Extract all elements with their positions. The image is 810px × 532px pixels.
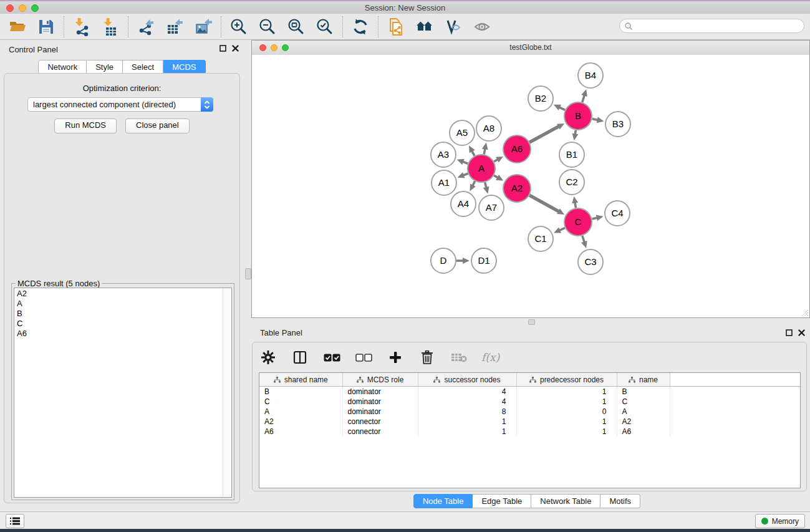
table-cell[interactable]: dominator — [342, 407, 418, 417]
select-all-columns-icon[interactable] — [322, 348, 341, 367]
table-row[interactable]: Bdominator41B — [259, 387, 800, 397]
clone-network-icon[interactable] — [387, 17, 405, 36]
table-cell[interactable]: A6 — [259, 427, 342, 437]
close-panel-icon[interactable] — [232, 45, 239, 52]
search-field[interactable] — [619, 19, 804, 33]
table-cell[interactable]: 4 — [418, 397, 516, 407]
table-row[interactable]: A2connector11A2 — [259, 417, 800, 427]
unselect-all-columns-icon[interactable] — [354, 348, 373, 367]
table-cell[interactable]: C — [259, 397, 342, 407]
export-network-icon[interactable] — [137, 17, 155, 36]
mcds-result-item[interactable]: B — [14, 309, 223, 319]
mcds-result-item[interactable]: A6 — [14, 329, 223, 339]
tab-style[interactable]: Style — [87, 60, 123, 74]
table-cell[interactable]: 0 — [516, 407, 617, 417]
column-header-shared-name[interactable]: shared name — [259, 373, 342, 387]
zoom-selected-icon[interactable] — [316, 17, 334, 36]
application-window: Session: New Session — [0, 0, 810, 532]
table-row[interactable]: Adominator80A — [259, 407, 800, 417]
mcds-result-item[interactable]: C — [14, 319, 223, 329]
table-cell[interactable]: A — [259, 407, 342, 417]
task-history-button[interactable] — [6, 514, 24, 528]
column-header-MCDS-role[interactable]: MCDS role — [342, 373, 418, 387]
table-cell[interactable]: C — [617, 397, 670, 407]
table-cell[interactable]: 1 — [418, 427, 516, 437]
column-header-successor-nodes[interactable]: successor nodes — [418, 373, 516, 387]
table-cell[interactable]: connector — [342, 417, 418, 427]
table-row[interactable]: A6connector11A6 — [259, 427, 800, 437]
table-settings-gear-icon[interactable] — [259, 348, 277, 367]
table-cell[interactable]: dominator — [342, 397, 418, 407]
splitter-grip[interactable] — [245, 268, 251, 279]
zoom-fit-icon[interactable] — [287, 17, 306, 36]
table-cell[interactable]: 1 — [418, 417, 516, 427]
open-file-icon[interactable] — [8, 17, 27, 36]
search-input[interactable] — [633, 20, 804, 32]
table-cell[interactable]: A6 — [617, 427, 670, 437]
table-cell[interactable]: 4 — [418, 387, 516, 397]
column-header-name[interactable]: name — [617, 373, 670, 387]
mcds-result-item[interactable]: A — [14, 299, 223, 309]
close-panel-icon[interactable] — [798, 329, 805, 336]
table-cell[interactable]: 1 — [516, 397, 617, 407]
delete-table-icon[interactable] — [450, 348, 468, 367]
edge-A6-B[interactable] — [529, 126, 559, 142]
close-panel-button[interactable]: Close panel — [125, 118, 190, 133]
title-bar: Session: New Session — [0, 0, 810, 14]
node-label: A — [478, 163, 485, 173]
mcds-result-list[interactable]: A2ABCA6 — [14, 288, 232, 498]
tab-motifs[interactable]: Motifs — [600, 494, 640, 508]
arrowhead-icon — [482, 143, 488, 150]
tab-network-table[interactable]: Network Table — [531, 494, 600, 508]
table-cell[interactable]: 1 — [516, 387, 617, 397]
run-mcds-button[interactable]: Run MCDS — [54, 118, 117, 133]
show-all-icon[interactable] — [473, 17, 491, 36]
tab-mcds[interactable]: MCDS — [163, 60, 205, 74]
first-neighbors-icon[interactable] — [415, 17, 434, 36]
import-network-icon[interactable] — [72, 17, 91, 36]
zoom-in-icon[interactable] — [229, 17, 248, 36]
float-panel-icon[interactable] — [786, 329, 793, 336]
table-cell[interactable]: B — [259, 387, 342, 397]
criterion-dropdown[interactable]: largest connected component (directed) — [27, 97, 213, 112]
network-canvas[interactable]: B4B2BB3A8A5A6A3B1AC2A1A2A4A7C4CC1DD1C3 — [252, 55, 809, 317]
tab-node-table[interactable]: Node Table — [413, 494, 473, 508]
float-panel-icon[interactable] — [219, 45, 226, 52]
export-table-icon[interactable] — [165, 17, 184, 36]
horizontal-splitter[interactable] — [251, 318, 810, 324]
table-cell[interactable]: dominator — [342, 387, 418, 397]
delete-column-trash-icon[interactable] — [418, 348, 436, 367]
mcds-result-item[interactable]: A2 — [14, 289, 223, 299]
table-row[interactable]: Cdominator41C — [259, 397, 800, 407]
table-cell[interactable]: A2 — [259, 417, 342, 427]
create-column-plus-icon[interactable] — [386, 348, 405, 367]
edge-A2-C[interactable] — [529, 195, 559, 211]
column-header-predecessor-nodes[interactable]: predecessor nodes — [516, 373, 617, 387]
network-window-titlebar[interactable]: testGlobe.txt — [252, 41, 809, 56]
tab-edge-table[interactable]: Edge Table — [473, 494, 531, 508]
network-graph[interactable]: B4B2BB3A8A5A6A3B1AC2A1A2A4A7C4CC1DD1C3 — [252, 55, 809, 317]
table-cell[interactable]: 1 — [516, 417, 617, 427]
table-cell[interactable]: connector — [342, 427, 418, 437]
resize-grip-icon[interactable] — [801, 309, 809, 317]
memory-button[interactable]: Memory — [755, 514, 805, 528]
node-table[interactable]: shared nameMCDS rolesuccessor nodesprede… — [259, 372, 801, 488]
node-label: C — [575, 216, 582, 227]
refresh-icon[interactable] — [351, 17, 370, 36]
function-builder-icon[interactable]: f(x) — [481, 351, 499, 364]
export-image-icon[interactable] — [194, 17, 213, 36]
save-session-icon[interactable] — [37, 17, 55, 36]
hide-selected-icon[interactable] — [444, 17, 463, 36]
result-list-scrollbar[interactable] — [223, 288, 231, 497]
zoom-out-icon[interactable] — [258, 17, 277, 36]
table-cell[interactable]: B — [617, 387, 670, 397]
tab-network[interactable]: Network — [38, 60, 87, 74]
table-cell[interactable]: 1 — [516, 427, 617, 437]
table-cell[interactable]: A2 — [617, 417, 670, 427]
import-table-icon[interactable] — [101, 17, 120, 36]
tab-select[interactable]: Select — [123, 60, 163, 74]
table-cell[interactable]: A — [617, 407, 670, 417]
table-cell[interactable]: 8 — [418, 407, 516, 417]
show-column-panel-icon[interactable] — [291, 348, 309, 367]
node-label: B4 — [585, 70, 596, 80]
